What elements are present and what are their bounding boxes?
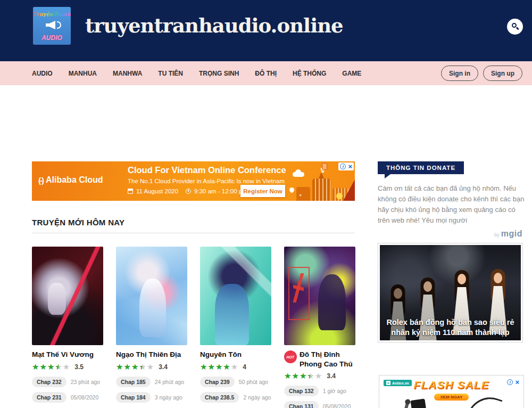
chapter-row: Chap 132 1 giờ ago bbox=[284, 386, 355, 396]
register-now-button[interactable]: Register Now bbox=[240, 185, 285, 197]
chapter-button[interactable]: Chap 231 bbox=[32, 392, 66, 403]
mgid-logo: mgid bbox=[501, 229, 522, 238]
chapter-button[interactable]: Chap 232 bbox=[32, 377, 66, 387]
sidebar-flash-sale-ad[interactable]: Antien.vn FLASH SALE XEM NGAY bbox=[379, 375, 524, 408]
comic-cover[interactable] bbox=[116, 247, 187, 345]
rating-value: 3.4 bbox=[327, 372, 336, 380]
auth-buttons: Sign in Sign up bbox=[441, 66, 522, 81]
star-icon: ★★ bbox=[32, 363, 39, 371]
comic-card: HOT Đô Thị Đỉnh Phong Cao Thủ ★★★★★★★★★★… bbox=[284, 247, 355, 408]
banner-ad-subtitle: The No.1 Cloud Provider in Asia-Pacific … bbox=[128, 178, 285, 184]
star-icon: ★★ bbox=[231, 363, 238, 371]
comic-title[interactable]: Mạt Thế Vi Vương bbox=[32, 350, 94, 360]
comic-title[interactable]: Nguyên Tôn bbox=[200, 350, 242, 360]
chapter-time: 3 ngày ago bbox=[155, 394, 182, 401]
search-icon-handle bbox=[516, 27, 519, 30]
comic-title-row: Nguyên Tôn bbox=[200, 350, 271, 360]
comic-cover[interactable] bbox=[200, 247, 271, 345]
nav-item-tu-tien[interactable]: TU TIÊN bbox=[158, 70, 183, 77]
nav-items: AUDIO MANHUA MANHWA TU TIÊN TRỌNG SINH Đ… bbox=[32, 61, 361, 85]
rating-row: ★★★★★★★★★★ 3.4 bbox=[284, 371, 355, 381]
xem-ngay-button[interactable]: XEM NGAY bbox=[434, 393, 470, 401]
comic-cover[interactable] bbox=[284, 247, 355, 345]
star-icon: ★★ bbox=[123, 363, 130, 371]
chapter-row: Chap 184 3 ngày ago bbox=[116, 392, 187, 403]
comic-title-row: HOT Đô Thị Đỉnh Phong Cao Thủ bbox=[284, 350, 355, 369]
chapter-button[interactable]: Chap 131 bbox=[284, 401, 319, 408]
star-icon: ★★ bbox=[116, 363, 123, 371]
donate-text: Cám ơn tất cả các bạn đã ủng hộ nhóm. Nế… bbox=[378, 183, 525, 226]
nav-item-manhua[interactable]: MANHUA bbox=[69, 70, 97, 77]
comic-title-row: Ngạo Thị Thiên Địa bbox=[116, 350, 187, 360]
star-rating: ★★★★★★★★★★ bbox=[116, 362, 154, 372]
star-icon: ★★ bbox=[207, 363, 214, 371]
mic-arm-illustration bbox=[468, 391, 503, 408]
nav-item-trong-sinh[interactable]: TRỌNG SINH bbox=[199, 70, 239, 77]
site-logo[interactable]: TruyệnTranh AUDIO bbox=[33, 7, 71, 45]
alibaba-brand-label: Alibaba Cloud bbox=[46, 175, 103, 185]
chapter-button[interactable]: Chap 239 bbox=[200, 377, 235, 387]
star-icon: ★★ bbox=[55, 363, 62, 371]
ad-close-icon[interactable] bbox=[348, 163, 352, 170]
banner-ad[interactable]: Alibaba Cloud Cloud For Vietnam Online C… bbox=[32, 161, 355, 201]
sign-in-button[interactable]: Sign in bbox=[441, 66, 478, 81]
logo-text-top: TruyệnTranh bbox=[33, 11, 71, 17]
star-icon: ★★ bbox=[47, 363, 54, 371]
sidebar-photo-ad[interactable]: Rolex bán đồng hồ bản sao siêu rẻ nhân k… bbox=[378, 243, 523, 342]
header: TruyệnTranh AUDIO truyentranhaudio.onlin… bbox=[0, 0, 532, 61]
photo-ad-caption: Rolex bán đồng hồ bản sao siêu rẻ nhân k… bbox=[380, 317, 521, 338]
star-icon: ★★ bbox=[147, 363, 154, 371]
star-rating: ★★★★★★★★★★ bbox=[32, 362, 70, 372]
star-icon: ★★ bbox=[200, 363, 207, 371]
nav-item-audio[interactable]: AUDIO bbox=[32, 70, 53, 77]
chapter-button[interactable]: Chap 238.5 bbox=[200, 392, 239, 403]
comic-card: Mạt Thế Vi Vương ★★★★★★★★★★ 3.5 Chap 232… bbox=[32, 247, 103, 408]
sign-up-button[interactable]: Sign up bbox=[483, 66, 522, 81]
chapter-button[interactable]: Chap 185 bbox=[116, 377, 151, 387]
rating-row: ★★★★★★★★★★ 3.4 bbox=[116, 362, 187, 372]
logo-text-audio: AUDIO bbox=[33, 34, 71, 42]
star-icon: ★★ bbox=[300, 372, 306, 380]
star-rating: ★★★★★★★★★★ bbox=[284, 371, 322, 381]
comic-card: Nguyên Tôn ★★★★★★★★★★ 4 Chap 239 50 phút… bbox=[200, 247, 271, 408]
mgid-attribution[interactable]: bymgid bbox=[378, 229, 522, 239]
chapter-button[interactable]: Chap 132 bbox=[284, 386, 319, 396]
rating-value: 3.4 bbox=[159, 363, 168, 371]
chapter-button[interactable]: Chap 184 bbox=[116, 392, 151, 403]
page: TruyệnTranh AUDIO truyentranhaudio.onlin… bbox=[0, 0, 532, 408]
comic-title[interactable]: Ngạo Thị Thiên Địa bbox=[116, 350, 181, 360]
chapter-row: Chap 239 50 phút ago bbox=[200, 377, 271, 387]
rating-row: ★★★★★★★★★★ 3.5 bbox=[32, 362, 103, 372]
star-icon: ★★ bbox=[139, 363, 146, 371]
nav-item-manhwa[interactable]: MANHWA bbox=[113, 70, 142, 77]
comic-title-row: Mạt Thế Vi Vương bbox=[32, 350, 103, 360]
star-icon: ★★ bbox=[307, 372, 314, 380]
star-icon: ★★ bbox=[131, 363, 138, 371]
hot-badge: HOT bbox=[284, 350, 297, 363]
mgid-by-label: by bbox=[494, 232, 500, 238]
chapter-time: 05/08/2020 bbox=[71, 394, 99, 401]
nav-item-he-thong[interactable]: HỆ THỐNG bbox=[293, 70, 326, 77]
site-title[interactable]: truyentranhaudio.online bbox=[85, 14, 343, 37]
search-button[interactable] bbox=[507, 19, 523, 35]
tree-illustration bbox=[336, 193, 343, 199]
chapter-time: 50 phút ago bbox=[239, 379, 268, 385]
nav-item-game[interactable]: GAME bbox=[342, 70, 361, 77]
chapter-time: 2 ngày ago bbox=[243, 394, 271, 401]
nav-item-do-thi[interactable]: ĐÔ THỊ bbox=[255, 70, 277, 77]
star-rating: ★★★★★★★★★★ bbox=[200, 362, 238, 372]
comic-cover[interactable] bbox=[32, 247, 103, 345]
chapter-time: 23 phút ago bbox=[71, 379, 100, 385]
chapter-time: 24 phút ago bbox=[155, 379, 184, 385]
flash-ad-body: Antien.vn FLASH SALE XEM NGAY bbox=[381, 377, 522, 408]
lantern-illustration bbox=[322, 163, 327, 170]
banner-ad-title: Cloud For Vietnam Online Conference bbox=[128, 165, 286, 175]
ad-close-icon[interactable] bbox=[515, 379, 519, 386]
cathedral-illustration bbox=[312, 178, 330, 201]
comic-title[interactable]: Đô Thị Đỉnh Phong Cao Thủ bbox=[300, 350, 355, 369]
microphone-illustration bbox=[403, 403, 409, 408]
star-icon: ★★ bbox=[39, 363, 46, 371]
ad-info-icon[interactable] bbox=[507, 379, 513, 385]
ad-info-icon[interactable] bbox=[340, 164, 346, 169]
comic-card: Ngạo Thị Thiên Địa ★★★★★★★★★★ 3.4 Chap 1… bbox=[116, 247, 187, 408]
